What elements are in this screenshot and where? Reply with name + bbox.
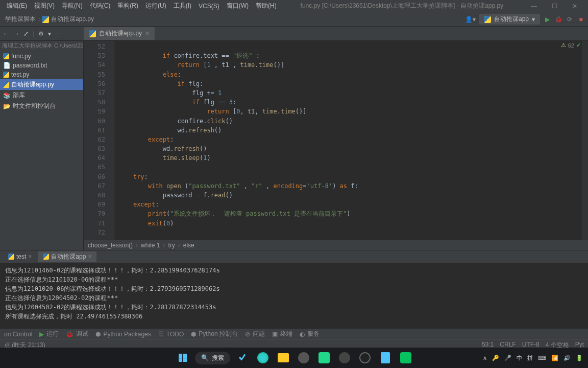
taskbar-app-pycharm[interactable] bbox=[316, 350, 332, 366]
tree-file-password[interactable]: 📄password.txt bbox=[0, 61, 83, 70]
tray-key-icon[interactable]: 🔑 bbox=[492, 355, 499, 361]
run-config-selector[interactable]: 自动抢课app ▾ bbox=[479, 14, 540, 25]
tray-keyboard-icon[interactable]: ⌨ bbox=[538, 355, 546, 361]
code-area[interactable]: if confire.text == "退选" : return [1 , t1… bbox=[114, 41, 582, 240]
tree-file-app[interactable]: 自动抢课app.py bbox=[0, 79, 83, 90]
taskbar-app-settings[interactable] bbox=[296, 350, 312, 366]
menu-tools[interactable]: 工具(I) bbox=[170, 2, 195, 10]
close-icon[interactable]: × bbox=[28, 253, 32, 260]
tray-ime-lang[interactable]: 中 bbox=[517, 354, 522, 362]
more-run-button[interactable]: ⟳ bbox=[566, 15, 574, 24]
line-gutter[interactable]: 5253545556575859606162636465666768697071… bbox=[84, 41, 108, 240]
close-icon[interactable]: × bbox=[88, 253, 91, 260]
menu-run[interactable]: 运行(U) bbox=[142, 2, 170, 10]
tree-file-func[interactable]: func.py bbox=[0, 52, 83, 61]
tray-mic-icon[interactable]: 🎤 bbox=[504, 355, 511, 361]
tool-python-packages[interactable]: ⬢Python Packages bbox=[95, 331, 151, 338]
tool-services[interactable]: ◐服务 bbox=[300, 330, 320, 338]
taskbar-app-notes[interactable] bbox=[377, 350, 394, 366]
breadcrumb-project[interactable]: 学抢课脚本 bbox=[3, 15, 38, 24]
maximize-button[interactable]: ☐ bbox=[544, 3, 565, 10]
system-tray: ∧ 🔑 🎤 中 拼 ⌨ 📶 🔊 🔋 bbox=[483, 354, 583, 362]
note-icon bbox=[381, 352, 390, 363]
console-output[interactable]: 信息为12101460-02的课程选择成功！！！，耗时：2.2851994037… bbox=[0, 263, 588, 328]
taskbar-app-todo[interactable] bbox=[234, 350, 251, 366]
crumb-else[interactable]: else bbox=[183, 242, 194, 249]
taskbar-app-obs[interactable] bbox=[357, 350, 373, 366]
run-icon: ▶ bbox=[39, 331, 44, 338]
crumb-while[interactable]: while 1 bbox=[141, 242, 160, 249]
terminal-icon: ▣ bbox=[272, 331, 278, 338]
minimize-button[interactable]: — bbox=[524, 3, 544, 10]
prev-icon[interactable]: ← bbox=[3, 30, 9, 37]
scratch-icon: 📂 bbox=[3, 103, 11, 110]
tool-terminal[interactable]: ▣终端 bbox=[272, 330, 292, 338]
library-icon: 📚 bbox=[3, 92, 11, 99]
tray-battery-icon[interactable]: 🔋 bbox=[576, 355, 583, 361]
menu-bar: 编辑(E) 视图(V) 导航(N) 代码(C) 重构(R) 运行(U) 工具(I… bbox=[0, 0, 588, 12]
tool-version-control[interactable]: on Control bbox=[4, 331, 32, 338]
menu-refactor[interactable]: 重构(R) bbox=[114, 2, 142, 10]
taskbar-app-explorer[interactable] bbox=[275, 350, 291, 366]
taskbar-app-generic1[interactable] bbox=[336, 350, 353, 366]
menu-edit[interactable]: 编辑(E) bbox=[3, 2, 31, 10]
menu-window[interactable]: 窗口(W) bbox=[223, 2, 252, 10]
close-tab-icon[interactable]: ✕ bbox=[145, 30, 150, 37]
warning-icon: ⚠ bbox=[561, 42, 566, 49]
taskbar-app-edge[interactable] bbox=[255, 350, 271, 366]
project-root-label[interactable]: 海理工大学抢课脚本 C:\Users\2365 bbox=[0, 41, 83, 51]
close-button[interactable]: ✕ bbox=[565, 3, 585, 10]
project-toolbar: ← → ⤢ | ⚙ ▾ — 自动抢课app.py ✕ bbox=[0, 27, 588, 41]
crumb-try[interactable]: try bbox=[168, 242, 175, 249]
tree-file-test[interactable]: test.py bbox=[0, 70, 83, 79]
tool-run[interactable]: ▶运行 bbox=[39, 330, 59, 338]
taskbar-search[interactable]: 🔍搜索 bbox=[195, 352, 230, 364]
tray-network-icon[interactable]: 📶 bbox=[551, 355, 558, 361]
tool-problems[interactable]: ⊘问题 bbox=[245, 330, 265, 338]
tool-python-console[interactable]: ⬢Python 控制台 bbox=[191, 330, 238, 338]
crumb-fn[interactable]: choose_lesson() bbox=[88, 242, 133, 249]
problems-icon: ⊘ bbox=[245, 331, 250, 338]
menu-code[interactable]: 代码(C) bbox=[86, 2, 114, 10]
inspection-widget[interactable]: ⚠ 62 ✔ bbox=[561, 42, 581, 49]
error-stripe[interactable] bbox=[582, 41, 588, 240]
run-button[interactable]: ▶ bbox=[543, 15, 551, 24]
next-icon[interactable]: → bbox=[13, 30, 19, 37]
user-icon[interactable]: 👤▾ bbox=[465, 16, 476, 23]
dropdown-icon: ▾ bbox=[532, 16, 535, 23]
stop-button[interactable]: ■ bbox=[577, 15, 585, 24]
divider: | bbox=[33, 30, 34, 37]
code-editor[interactable]: ⚠ 62 ✔ 525354555657585960616263646566676… bbox=[84, 41, 588, 250]
main-area: 海理工大学抢课脚本 C:\Users\2365 func.py 📄passwor… bbox=[0, 41, 588, 250]
start-button[interactable] bbox=[175, 350, 191, 366]
tray-ime-mode[interactable]: 拼 bbox=[527, 354, 533, 362]
settings-icon[interactable]: ⚙ bbox=[38, 30, 44, 37]
python-icon bbox=[43, 254, 49, 260]
tree-external-libs[interactable]: 📚部库 bbox=[0, 90, 83, 101]
fold-strip[interactable] bbox=[108, 41, 114, 240]
pycharm-icon bbox=[318, 352, 330, 363]
menu-navigate[interactable]: 导航(N) bbox=[58, 2, 86, 10]
tool-window-bar: on Control ▶运行 🐞调试 ⬢Python Packages ☰TOD… bbox=[0, 328, 588, 339]
tray-overflow-icon[interactable]: ∧ bbox=[483, 355, 487, 361]
menu-vcs[interactable]: VCS(S) bbox=[195, 3, 223, 10]
breadcrumb-file[interactable]: 自动抢课app.py bbox=[49, 15, 96, 24]
tool-todo[interactable]: ☰TODO bbox=[158, 331, 184, 338]
tree-scratches[interactable]: 📂时文件和控制台 bbox=[0, 101, 83, 111]
editor-tab-active[interactable]: 自动抢课app.py ✕ bbox=[84, 27, 155, 40]
run-tool-window: test × 自动抢课app × 信息为12101460-02的课程选择成功！！… bbox=[0, 250, 588, 339]
run-config-label: 自动抢课app bbox=[494, 15, 529, 24]
run-tab-test[interactable]: test × bbox=[3, 252, 37, 261]
menu-help[interactable]: 帮助(H) bbox=[252, 2, 280, 10]
breadcrumb-sep-icon: › bbox=[39, 16, 41, 23]
tool-debug[interactable]: 🐞调试 bbox=[66, 330, 88, 338]
dropdown-icon[interactable]: ▾ bbox=[48, 30, 51, 37]
expand-icon[interactable]: ⤢ bbox=[23, 30, 29, 37]
run-tab-app[interactable]: 自动抢课app × bbox=[38, 251, 96, 262]
edge-icon bbox=[257, 352, 268, 363]
tray-volume-icon[interactable]: 🔊 bbox=[564, 355, 571, 361]
collapse-icon[interactable]: — bbox=[55, 30, 61, 37]
taskbar-app-wechat[interactable] bbox=[398, 350, 414, 366]
debug-button[interactable]: 🐞 bbox=[554, 15, 562, 24]
menu-view[interactable]: 视图(V) bbox=[31, 2, 58, 10]
